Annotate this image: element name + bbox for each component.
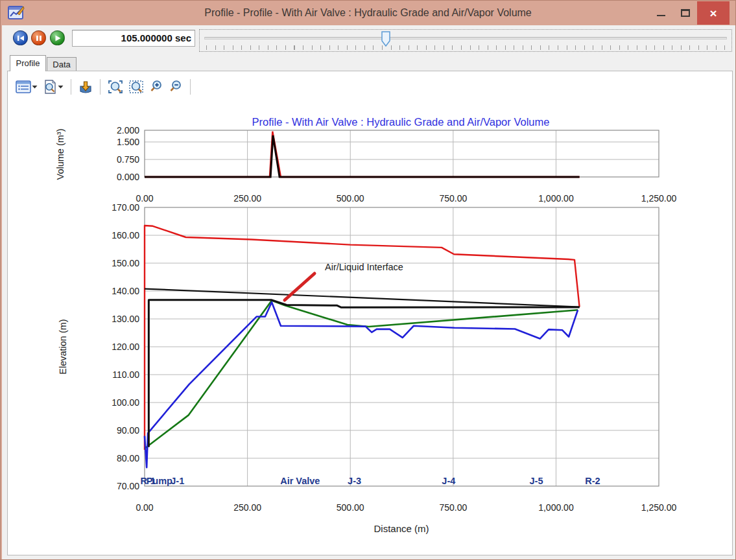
skip-to-start-button[interactable] <box>13 30 28 45</box>
profile-tab-page <box>7 71 733 555</box>
play-button[interactable] <box>50 30 65 45</box>
close-button[interactable]: × <box>697 1 730 25</box>
time-slider[interactable] <box>199 29 732 52</box>
pause-button[interactable] <box>31 30 46 45</box>
close-icon: × <box>709 7 717 19</box>
tab-profile[interactable]: Profile <box>10 55 46 71</box>
minimize-icon <box>657 15 665 16</box>
slider-thumb[interactable] <box>381 31 390 47</box>
export-snapshot-icon <box>78 80 93 94</box>
zoom-out-icon <box>169 80 183 94</box>
play-icon <box>54 35 61 41</box>
app-window: Profile - Profile - With Air Valve : Hyd… <box>0 0 736 560</box>
window-title: Profile - Profile - With Air Valve : Hyd… <box>1 1 735 25</box>
pause-icon <box>36 35 42 41</box>
display-options-icon <box>16 80 31 93</box>
print-preview-button[interactable] <box>42 78 65 96</box>
tab-data[interactable]: Data <box>47 57 77 71</box>
chart-toolbar <box>14 76 194 97</box>
zoom-out-button[interactable] <box>167 78 184 96</box>
slider-track[interactable] <box>204 37 727 40</box>
slider-thumb-icon <box>381 31 390 47</box>
maximize-icon <box>681 9 690 17</box>
zoom-extent-button[interactable] <box>106 78 125 96</box>
toolbar-separator <box>190 79 191 95</box>
skip-to-start-icon <box>17 35 25 41</box>
export-snapshot-button[interactable] <box>77 78 94 96</box>
maximize-button[interactable] <box>674 1 697 25</box>
zoom-in-icon <box>149 80 163 94</box>
client-area: 105.000000 sec Profile Data <box>2 25 735 559</box>
title-bar[interactable]: Profile - Profile - With Air Valve : Hyd… <box>1 1 735 25</box>
slider-ticks <box>206 45 725 50</box>
zoom-extent-icon <box>108 80 123 94</box>
time-display[interactable]: 105.000000 sec <box>72 30 195 47</box>
dropdown-caret-icon <box>58 85 64 89</box>
zoom-window-button[interactable] <box>127 78 145 96</box>
toolbar-separator <box>71 79 71 95</box>
zoom-window-icon <box>128 80 144 94</box>
display-options-button[interactable] <box>14 78 39 96</box>
zoom-in-button[interactable] <box>148 78 165 96</box>
dropdown-caret-icon <box>32 85 38 89</box>
print-preview-icon <box>43 80 57 94</box>
toolbar-separator <box>100 79 101 95</box>
minimize-button[interactable] <box>649 1 672 25</box>
